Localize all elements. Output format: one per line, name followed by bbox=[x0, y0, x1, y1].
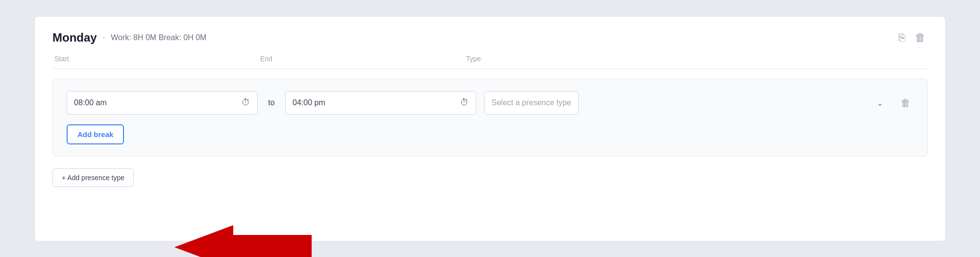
day-stats: Work: 8H 0M Break: 0H 0M bbox=[111, 33, 206, 42]
end-clock-icon[interactable]: ⏱ bbox=[460, 97, 469, 108]
time-row: ⏱ to ⏱ Select a presence type ⌄ 🗑 bbox=[67, 91, 913, 115]
presence-select-wrapper: Select a presence type ⌄ bbox=[484, 91, 890, 115]
add-break-area: Add break bbox=[67, 124, 124, 144]
copy-icon: ⎘ bbox=[899, 31, 905, 44]
end-time-wrapper: ⏱ bbox=[285, 91, 476, 115]
day-separator: · bbox=[103, 33, 105, 42]
end-column-header: End bbox=[258, 55, 464, 63]
end-time-input[interactable] bbox=[293, 98, 460, 107]
card-header: Monday · Work: 8H 0M Break: 0H 0M ⎘ 🗑 bbox=[52, 30, 928, 45]
add-presence-type-button[interactable]: + Add presence type bbox=[52, 168, 134, 187]
start-time-wrapper: ⏱ bbox=[67, 91, 258, 115]
chevron-down-icon: ⌄ bbox=[877, 98, 883, 107]
column-headers: Start End Type bbox=[52, 55, 928, 69]
title-area: Monday · Work: 8H 0M Break: 0H 0M bbox=[52, 31, 206, 45]
to-separator: to bbox=[266, 98, 277, 107]
day-title: Monday bbox=[52, 31, 97, 45]
time-row-section: ⏱ to ⏱ Select a presence type ⌄ 🗑 bbox=[52, 79, 928, 157]
add-break-button[interactable]: Add break bbox=[67, 124, 124, 144]
arrow-annotation bbox=[174, 225, 312, 257]
svg-marker-0 bbox=[174, 225, 312, 257]
start-column-header: Start bbox=[52, 55, 258, 63]
delete-day-button[interactable]: 🗑 bbox=[913, 30, 928, 45]
type-column-header: Type bbox=[464, 55, 928, 63]
trash-icon: 🗑 bbox=[915, 31, 926, 44]
card-actions: ⎘ 🗑 bbox=[897, 30, 928, 45]
start-clock-icon[interactable]: ⏱ bbox=[242, 97, 250, 108]
delete-row-button[interactable]: 🗑 bbox=[898, 95, 913, 111]
copy-button[interactable]: ⎘ bbox=[897, 30, 907, 45]
start-time-input[interactable] bbox=[74, 98, 242, 107]
day-card: Monday · Work: 8H 0M Break: 0H 0M ⎘ 🗑 St… bbox=[34, 16, 946, 241]
delete-icon: 🗑 bbox=[901, 97, 910, 108]
presence-type-select[interactable]: Select a presence type bbox=[484, 91, 579, 115]
